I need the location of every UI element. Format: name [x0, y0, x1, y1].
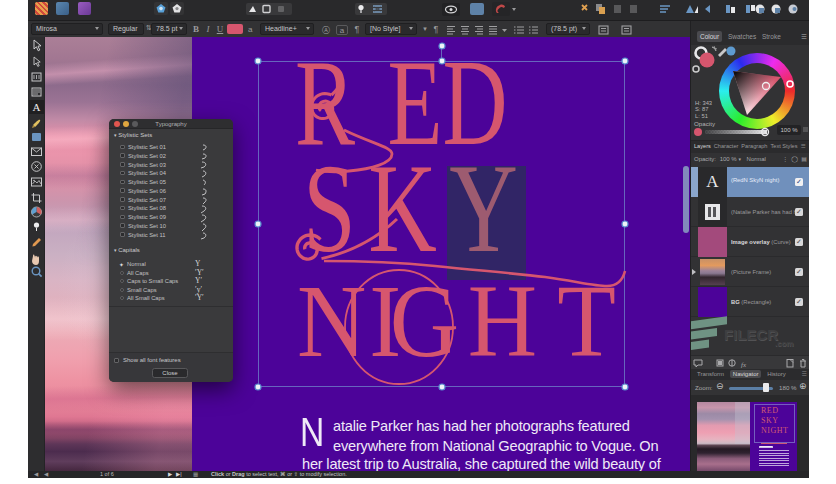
svg-text:A: A [33, 101, 41, 113]
svg-text:fx: fx [741, 361, 747, 369]
